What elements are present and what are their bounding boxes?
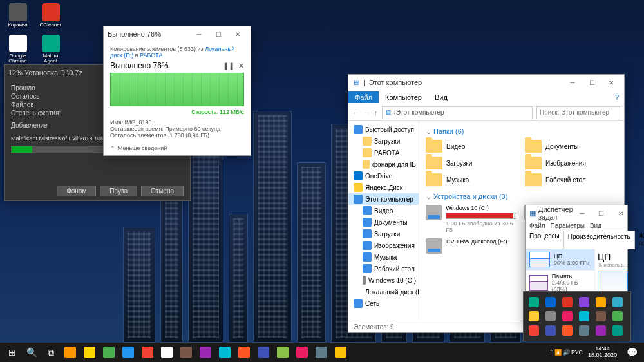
nav-item[interactable]: Быстрый доступ [348, 124, 419, 135]
taskbar-app[interactable] [273, 343, 292, 361]
nav-item[interactable]: РАБОТА [348, 147, 419, 158]
tray-icon[interactable] [612, 297, 623, 307]
folder-item[interactable]: Загрузки [426, 157, 518, 169]
taskbar-app[interactable] [118, 343, 138, 361]
taskbar-app[interactable] [80, 343, 99, 361]
folder-item[interactable]: Документы [525, 140, 618, 153]
nav-item[interactable]: Windows 10 (C:) [348, 274, 419, 286]
nav-item[interactable]: Изображения [348, 240, 419, 251]
maximize-icon[interactable]: ☐ [209, 28, 227, 41]
up-icon[interactable]: ↑ [374, 109, 378, 117]
drive-item[interactable]: DVD RW дисковод (E:) [426, 238, 519, 254]
search-icon[interactable]: 🔍 [22, 343, 41, 361]
folder-item[interactable]: Видео [426, 140, 518, 153]
folder-item[interactable]: Рабочий стол [525, 173, 618, 186]
taskbar-app[interactable] [99, 343, 118, 361]
taskbar-app[interactable] [138, 343, 157, 361]
nav-item[interactable]: Сеть [348, 298, 419, 309]
sound-icon[interactable]: 🔊 [563, 349, 570, 356]
back-icon[interactable]: ← [352, 109, 359, 117]
tray-icon[interactable] [562, 325, 573, 336]
nav-item[interactable]: фонари для IB [348, 158, 419, 170]
taskbar-app[interactable] [196, 343, 215, 361]
tray-icon[interactable] [579, 325, 589, 336]
tray-icon[interactable] [545, 297, 556, 307]
taskbar-app[interactable] [215, 343, 234, 361]
tray-icon[interactable] [579, 311, 589, 321]
pause-button[interactable]: Пауза [100, 186, 137, 196]
tab[interactable]: Процессы [526, 231, 564, 249]
start-button[interactable]: ⊞ [3, 343, 22, 361]
minimize-icon[interactable]: ─ [564, 76, 582, 89]
tray-icon[interactable] [562, 311, 573, 321]
minimize-icon[interactable]: ─ [573, 207, 591, 220]
nav-item[interactable]: Загрузки [348, 135, 419, 147]
desktop-mailru[interactable]: Mail.ru Agent [36, 35, 65, 64]
folder-item[interactable]: Музыка [426, 173, 518, 186]
ribbon-computer[interactable]: Компьютер [379, 91, 428, 103]
taskbar-app[interactable] [331, 343, 350, 361]
help-icon[interactable]: ? [615, 93, 624, 101]
tray-icon[interactable] [579, 297, 589, 307]
lang-indicator[interactable]: РУС [571, 349, 583, 356]
minimize-icon[interactable]: ─ [190, 28, 208, 41]
nav-item[interactable]: OneDrive [348, 170, 419, 182]
notifications-icon[interactable]: 💬 [622, 343, 641, 361]
taskbar-app[interactable] [254, 343, 273, 361]
tray-chevron-icon[interactable]: ˄ [550, 349, 553, 356]
taskmgr-titlebar[interactable]: ▦ Диспетчер задач ─ ☐ ✕ [526, 205, 627, 221]
pause-icon[interactable]: ❚❚ [223, 62, 234, 70]
tray-icon[interactable] [612, 311, 623, 321]
nav-item[interactable]: Локальный диск (D:) [348, 286, 419, 298]
tab[interactable]: Журнал пр… [635, 231, 644, 249]
close-icon[interactable]: ✕ [229, 28, 247, 41]
tray-icon[interactable] [545, 311, 556, 321]
clock[interactable]: 14:44 18.01.2020 [584, 346, 621, 359]
ribbon-view[interactable]: Вид [428, 91, 454, 103]
close-icon[interactable]: ✕ [602, 76, 620, 89]
nav-item[interactable]: Документы [348, 216, 419, 228]
taskbar-app[interactable] [176, 343, 196, 361]
tray-icon[interactable] [529, 311, 539, 321]
nav-item[interactable]: Загрузки [348, 228, 419, 240]
tray-icon[interactable] [596, 311, 606, 321]
systray-popup[interactable] [523, 291, 631, 341]
forward-icon[interactable]: → [363, 109, 370, 117]
menu-item[interactable]: Файл [529, 222, 545, 229]
cancel-button[interactable]: Отмена [141, 186, 184, 196]
close-icon[interactable]: ✕ [612, 207, 630, 220]
nav-item[interactable]: Видео [348, 205, 419, 216]
tray-icon[interactable] [562, 297, 573, 307]
folder-item[interactable]: Изображения [525, 157, 618, 169]
maximize-icon[interactable]: ☐ [592, 207, 611, 220]
nav-item[interactable]: Яндекс.Диск [348, 182, 419, 193]
nav-item[interactable]: Музыка [348, 251, 419, 263]
explorer-titlebar[interactable]: 🖥 | Этот компьютер ─ ☐ ✕ [348, 75, 624, 90]
folders-header[interactable]: ⌄ Папки (6) [426, 128, 618, 136]
tray-icon[interactable] [596, 325, 606, 336]
network-icon[interactable]: 📶 [554, 349, 562, 356]
tray-icon[interactable] [529, 325, 539, 336]
copy-titlebar[interactable]: Выполнено 76% ─ ☐ ✕ [104, 26, 251, 42]
tray-icon[interactable] [545, 325, 556, 336]
less-details-toggle[interactable]: ⌃ Меньше сведений [110, 145, 244, 151]
taskbar-app[interactable] [157, 343, 176, 361]
desktop-recycle-bin[interactable]: Корзина [3, 3, 32, 32]
breadcrumb[interactable]: 🖥 › Этот компьютер [382, 106, 533, 119]
bg-button[interactable]: Фоном [57, 186, 96, 196]
nav-item[interactable]: Этот компьютер [348, 193, 419, 205]
desktop-chrome[interactable]: Google Chrome [3, 35, 32, 64]
ribbon-file[interactable]: Файл [348, 91, 379, 103]
taskview-icon[interactable]: ⧉ [41, 343, 61, 361]
drive-item[interactable]: Windows 10 (C:)1,00 ГБ свободно из 30,5 … [426, 205, 519, 233]
copy-window[interactable]: Выполнено 76% ─ ☐ ✕ Копирование элементо… [103, 26, 251, 156]
desktop-ccleaner[interactable]: CCleaner [36, 3, 65, 32]
tab[interactable]: Производительность [564, 231, 635, 249]
tray-icon[interactable] [596, 297, 606, 307]
taskbar-app[interactable] [234, 343, 254, 361]
drives-header[interactable]: ⌄ Устройства и диски (3) [426, 193, 618, 201]
taskbar-app[interactable] [292, 343, 312, 361]
taskbar-app[interactable] [312, 343, 331, 361]
search-input[interactable] [536, 106, 620, 119]
tray-icon[interactable] [529, 297, 539, 307]
